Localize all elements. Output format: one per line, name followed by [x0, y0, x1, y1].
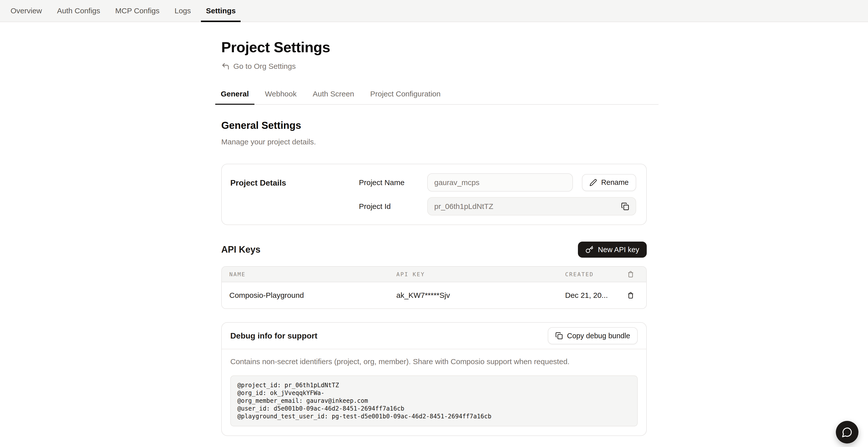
copy-debug-bundle-label: Copy debug bundle	[567, 332, 630, 340]
tab-auth-screen[interactable]: Auth Screen	[307, 90, 360, 105]
nav-item-logs[interactable]: Logs	[169, 0, 196, 22]
settings-tabs: General Webhook Auth Screen Project Conf…	[215, 90, 658, 105]
project-name-label: Project Name	[359, 178, 427, 187]
project-name-value: gaurav_mcps	[434, 178, 479, 187]
col-header-created: CREATED	[565, 271, 623, 278]
project-details-title: Project Details	[230, 173, 359, 216]
api-keys-header: API Keys New API key	[221, 242, 647, 258]
copy-icon	[621, 202, 629, 211]
nav-item-overview[interactable]: Overview	[5, 0, 47, 22]
api-key-name: Composio-Playground	[229, 291, 396, 299]
debug-card: Debug info for support Copy debug bundle…	[221, 322, 647, 436]
chat-button[interactable]	[836, 421, 859, 444]
rename-button[interactable]: Rename	[582, 174, 636, 191]
key-icon	[585, 246, 593, 254]
corner-up-left-icon	[221, 62, 230, 70]
nav-item-mcp-configs[interactable]: MCP Configs	[110, 0, 164, 22]
code-line: @org_member_email: gaurav@inkeep.com	[237, 397, 631, 405]
project-id-label: Project Id	[359, 202, 427, 211]
debug-description: Contains non-secret identifiers (project…	[230, 357, 638, 366]
code-line: @org_id: ok_jVveqqkYFWa-	[237, 389, 631, 397]
project-details-fields: Project Name gaurav_mcps Rename Project …	[359, 173, 636, 216]
debug-card-body: Contains non-secret identifiers (project…	[222, 349, 646, 436]
api-key-masked-value: ak_KW7*****Sjv	[396, 291, 565, 299]
tab-project-configuration[interactable]: Project Configuration	[365, 90, 446, 105]
code-line: @playground_test_user_id: pg-test-d5e001…	[237, 413, 631, 420]
general-settings-subtitle: Manage your project details.	[221, 138, 647, 146]
project-id-field: pr_06th1pLdNtTZ	[427, 197, 636, 216]
debug-card-title: Debug info for support	[230, 331, 317, 341]
code-line: @project_id: pr_06th1pLdNtTZ	[237, 381, 631, 389]
main-content: Project Settings Go to Org Settings Gene…	[221, 39, 647, 447]
code-line: @user_id: d5e001b0-09ac-46d2-8451-2694ff…	[237, 405, 631, 413]
api-key-created: Dec 21, 20...	[565, 291, 623, 299]
debug-card-header: Debug info for support Copy debug bundle	[222, 323, 646, 349]
page-title: Project Settings	[221, 39, 647, 56]
new-api-key-button-label: New API key	[598, 246, 639, 254]
rename-button-label: Rename	[601, 178, 629, 187]
col-header-delete	[623, 270, 639, 278]
delete-api-key-button[interactable]	[627, 292, 634, 299]
col-header-api-key: API KEY	[396, 271, 565, 278]
project-name-row: Project Name gaurav_mcps Rename	[359, 173, 636, 192]
nav-item-settings[interactable]: Settings	[201, 0, 241, 22]
trash-icon	[627, 292, 634, 299]
message-circle-icon	[842, 427, 853, 438]
debug-code-block: @project_id: pr_06th1pLdNtTZ@org_id: ok_…	[230, 376, 638, 426]
copy-project-id-button[interactable]	[621, 202, 629, 211]
general-settings-title: General Settings	[221, 120, 647, 131]
project-details-card: Project Details Project Name gaurav_mcps…	[221, 164, 647, 225]
new-api-key-button[interactable]: New API key	[578, 242, 647, 258]
nav-item-auth-configs[interactable]: Auth Configs	[52, 0, 105, 22]
col-header-name: NAME	[229, 271, 396, 278]
project-id-value: pr_06th1pLdNtTZ	[434, 202, 493, 211]
trash-icon	[627, 270, 634, 278]
copy-debug-bundle-button[interactable]: Copy debug bundle	[548, 327, 638, 344]
copy-icon	[555, 332, 563, 340]
api-keys-title: API Keys	[221, 244, 260, 255]
org-settings-link[interactable]: Go to Org Settings	[221, 62, 296, 70]
org-settings-link-label: Go to Org Settings	[233, 62, 296, 70]
api-key-table-row: Composio-Playground ak_KW7*****Sjv Dec 2…	[222, 282, 646, 308]
tab-webhook[interactable]: Webhook	[259, 90, 302, 105]
tab-general[interactable]: General	[215, 90, 254, 105]
api-keys-table-header: NAME API KEY CREATED	[222, 267, 646, 282]
pencil-icon	[589, 179, 597, 186]
project-name-input[interactable]: gaurav_mcps	[427, 173, 573, 192]
api-keys-table: NAME API KEY CREATED Composio-Playground…	[221, 266, 647, 309]
top-nav: Overview Auth Configs MCP Configs Logs S…	[0, 0, 868, 22]
project-id-row: Project Id pr_06th1pLdNtTZ	[359, 197, 636, 216]
